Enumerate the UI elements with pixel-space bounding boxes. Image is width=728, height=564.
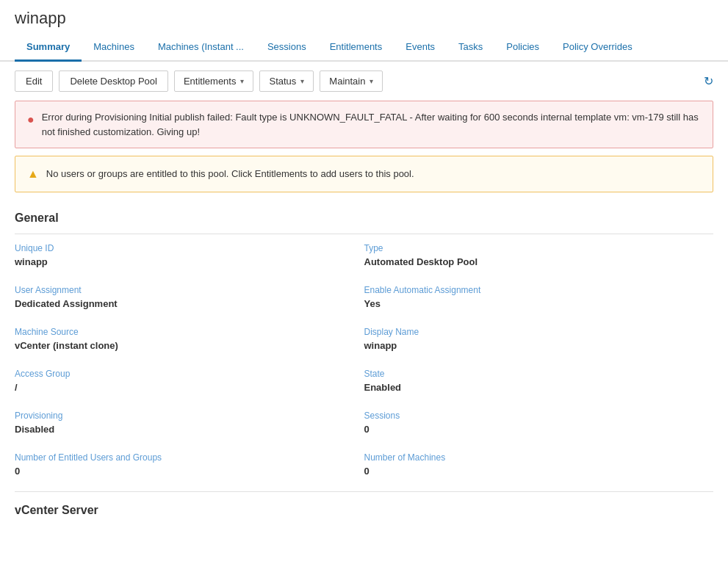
warning-message: No users or groups are entitled to this …	[46, 167, 414, 181]
page-title: winapp	[0, 0, 728, 34]
field-label: State	[364, 369, 714, 379]
field-label: Provisioning	[15, 411, 364, 421]
warning-icon: ▲	[27, 165, 39, 183]
field-group: StateEnabled	[364, 360, 714, 402]
entitlements-dropdown-button[interactable]: Entitlements ▾	[174, 70, 254, 92]
error-message: Error during Provisioning Initial publis…	[42, 110, 701, 139]
error-icon: ●	[27, 111, 35, 129]
field-group: Enable Automatic AssignmentYes	[364, 276, 714, 318]
field-value: 0	[364, 466, 714, 477]
toolbar: Edit Delete Desktop Pool Entitlements ▾ …	[0, 62, 728, 101]
field-label: Display Name	[364, 327, 714, 337]
field-label: Access Group	[15, 369, 364, 379]
field-value: Dedicated Assignment	[15, 298, 364, 309]
tab-events[interactable]: Events	[394, 34, 447, 62]
field-value: Enabled	[364, 382, 714, 393]
edit-button[interactable]: Edit	[15, 70, 53, 92]
tab-sessions[interactable]: Sessions	[256, 34, 318, 62]
field-value: Automated Desktop Pool	[364, 256, 714, 267]
tab-bar: SummaryMachinesMachines (Instant ...Sess…	[0, 34, 728, 62]
status-label: Status	[269, 76, 296, 87]
delete-desktop-pool-button[interactable]: Delete Desktop Pool	[59, 70, 168, 92]
tab-summary[interactable]: Summary	[15, 34, 82, 62]
field-label: Enable Automatic Assignment	[364, 285, 714, 295]
field-group: Unique IDwinapp	[15, 234, 364, 276]
field-label: User Assignment	[15, 285, 364, 295]
tab-policy-overrides[interactable]: Policy Overrides	[551, 34, 644, 62]
field-value: 0	[364, 424, 714, 435]
field-value: Disabled	[15, 424, 364, 435]
field-value: 0	[15, 466, 364, 477]
field-group: Number of Entitled Users and Groups0	[15, 444, 364, 485]
maintain-label: Maintain	[329, 76, 365, 87]
status-dropdown-button[interactable]: Status ▾	[259, 70, 314, 92]
field-label: Unique ID	[15, 243, 364, 253]
field-group: Display Namewinapp	[364, 318, 714, 360]
entitlements-chevron-icon: ▾	[240, 77, 244, 85]
field-value: winapp	[15, 256, 364, 267]
tab-policies[interactable]: Policies	[494, 34, 551, 62]
warning-alert: ▲ No users or groups are entitled to thi…	[15, 156, 713, 192]
field-group: Machine SourcevCenter (instant clone)	[15, 318, 364, 360]
field-label: Machine Source	[15, 327, 364, 337]
field-group: Access Group/	[15, 360, 364, 402]
field-value: vCenter (instant clone)	[15, 340, 364, 351]
tab-machines-instant[interactable]: Machines (Instant ...	[146, 34, 256, 62]
maintain-chevron-icon: ▾	[370, 77, 373, 85]
field-label: Sessions	[364, 411, 714, 421]
tab-machines[interactable]: Machines	[82, 34, 146, 62]
error-alert: ● Error during Provisioning Initial publ…	[15, 101, 713, 148]
general-grid: Unique IDwinappTypeAutomated Desktop Poo…	[0, 234, 728, 485]
tab-tasks[interactable]: Tasks	[447, 34, 494, 62]
status-chevron-icon: ▾	[300, 77, 304, 85]
field-label: Number of Machines	[364, 452, 714, 463]
field-group: Number of Machines0	[364, 444, 714, 485]
general-section-title: General	[0, 200, 728, 234]
vcenter-section-title: vCenter Server	[0, 492, 728, 526]
field-group: Sessions0	[364, 402, 714, 444]
field-value: winapp	[364, 340, 714, 351]
field-value: /	[15, 382, 364, 393]
field-group: User AssignmentDedicated Assignment	[15, 276, 364, 318]
tab-entitlements[interactable]: Entitlements	[318, 34, 394, 62]
field-value: Yes	[364, 298, 714, 309]
refresh-icon[interactable]: ↻	[704, 74, 713, 88]
field-group: ProvisioningDisabled	[15, 402, 364, 444]
maintain-dropdown-button[interactable]: Maintain ▾	[320, 70, 383, 92]
entitlements-label: Entitlements	[184, 76, 237, 87]
field-label: Type	[364, 243, 714, 253]
field-group: TypeAutomated Desktop Pool	[364, 234, 714, 276]
field-label: Number of Entitled Users and Groups	[15, 452, 364, 463]
